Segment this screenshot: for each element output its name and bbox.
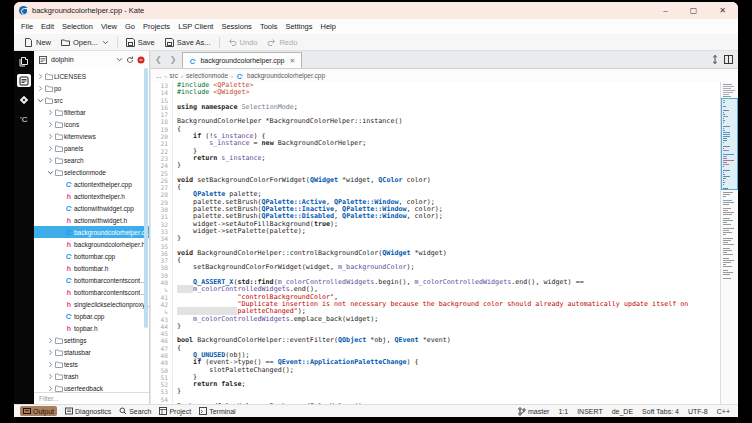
reload-project-button[interactable] — [126, 56, 134, 64]
tree-item-search[interactable]: search — [34, 154, 149, 166]
tree-item-bottombarcontentscont[interactable]: hbottombarcontentscont… — [34, 286, 149, 298]
expander-icon[interactable] — [47, 157, 54, 164]
save-button[interactable]: Save — [121, 38, 160, 47]
expander-icon[interactable] — [47, 373, 54, 380]
tree-item-label: actionwithwidget.h — [74, 217, 127, 224]
menu-help[interactable]: Help — [317, 22, 340, 31]
tab-close-icon[interactable]: ✕ — [289, 57, 295, 65]
project-name[interactable]: dolphin — [51, 56, 113, 63]
filter-input[interactable]: Filter... — [34, 392, 149, 404]
tree-item-po[interactable]: po — [34, 82, 149, 94]
toolview-output-button[interactable]: Output — [20, 406, 57, 416]
breadcrumb-item[interactable]: backgroundcolorhelper.cpp — [247, 72, 325, 79]
git-toolbutton[interactable] — [17, 93, 31, 106]
redo-button[interactable]: Redo — [262, 38, 302, 47]
breadcrumb-item[interactable]: selectionmode — [186, 72, 228, 79]
tree-item-userfeedback[interactable]: userfeedback — [34, 382, 149, 392]
toolview-diagnostics-button[interactable]: Diagnostics — [65, 407, 111, 415]
tree-item-statusbar[interactable]: statusbar — [34, 346, 149, 358]
expander-icon[interactable] — [47, 121, 54, 128]
toolview-search-button[interactable]: Search — [119, 407, 151, 415]
menu-file[interactable]: File — [17, 22, 37, 31]
expander-icon[interactable] — [47, 145, 54, 152]
tab-prev-button[interactable]: ❮ — [151, 51, 166, 68]
tree-item-icons[interactable]: icons — [34, 118, 149, 130]
split-view-icon[interactable] — [724, 55, 733, 64]
status-de-de[interactable]: de_DE — [612, 408, 633, 415]
undo-button[interactable]: Undo — [223, 38, 263, 47]
status-soft-tabs-4[interactable]: Soft Tabs: 4 — [642, 408, 679, 415]
expander-icon[interactable] — [37, 97, 44, 104]
code-editor[interactable]: 13#include <QPalette>14#include <QWidget… — [151, 82, 720, 404]
tree-item-actiontexthelper-cpp[interactable]: C+actiontexthelper.cpp — [34, 178, 149, 190]
expander-icon[interactable] — [47, 169, 54, 176]
tree-item-singleclickselectionproxy[interactable]: hsingleclickselectionproxy… — [34, 298, 149, 310]
menu-tools[interactable]: Tools — [256, 22, 282, 31]
expander-icon[interactable] — [47, 109, 54, 116]
tab-backgroundcolorhelper[interactable]: C+ backgroundcolorhelper.cpp ✕ — [182, 52, 302, 68]
status-master[interactable]: master — [518, 407, 549, 416]
expander-icon[interactable] — [47, 337, 54, 344]
project-combo-icon — [38, 56, 47, 64]
menu-lsp-client[interactable]: LSP Client — [174, 22, 217, 31]
lsp-client-toolbutton[interactable]: ’C — [17, 112, 31, 125]
tree-scrollbar[interactable] — [144, 68, 148, 328]
expander-icon[interactable] — [37, 73, 44, 80]
breadcrumb-item[interactable]: ... — [156, 72, 161, 79]
breadcrumb-item[interactable]: src — [169, 72, 178, 79]
close-button[interactable]: ✕ — [719, 6, 726, 15]
tree-item-filterbar[interactable]: filterbar — [34, 106, 149, 118]
tree-item-trash[interactable]: trash — [34, 370, 149, 382]
toolview-terminal-button[interactable]: Terminal — [199, 407, 235, 415]
tree-item-backgroundcolorhelper-c[interactable]: C+backgroundcolorhelper.c… — [34, 226, 149, 238]
status-utf-8[interactable]: UTF-8 — [688, 408, 708, 415]
tree-item-actiontexthelper-h[interactable]: hactiontexthelper.h — [34, 190, 149, 202]
menu-edit[interactable]: Edit — [37, 22, 58, 31]
status-insert[interactable]: INSERT — [577, 408, 603, 415]
menu-sessions[interactable]: Sessions — [217, 22, 255, 31]
tree-item-bottombarcontentscont[interactable]: C+bottombarcontentscont… — [34, 274, 149, 286]
expander-icon[interactable] — [47, 385, 54, 392]
menu-view[interactable]: View — [97, 22, 121, 31]
expander-icon[interactable] — [47, 349, 54, 356]
documents-toolbutton[interactable] — [17, 55, 31, 68]
minimize-button[interactable]: – — [663, 6, 667, 15]
quick-open-icon[interactable] — [712, 55, 718, 64]
stop-button[interactable] — [137, 56, 145, 64]
tree-item-backgroundcolorhelper-h[interactable]: hbackgroundcolorhelper.h — [34, 238, 149, 250]
tree-item-topbar-cpp[interactable]: C+topbar.cpp — [34, 310, 149, 322]
menu-settings[interactable]: Settings — [281, 22, 316, 31]
status-c++[interactable]: C++ — [717, 408, 730, 415]
tree-item-selectionmode[interactable]: selectionmode — [34, 166, 149, 178]
expander-icon[interactable] — [47, 361, 54, 368]
menu-projects[interactable]: Projects — [139, 22, 174, 31]
minimap-scrollbar[interactable] — [720, 82, 738, 404]
tree-item-tests[interactable]: tests — [34, 358, 149, 370]
maximize-button[interactable]: ▢ — [690, 6, 698, 15]
tree-item-licenses[interactable]: LICENSES — [34, 70, 149, 82]
tree-item-src[interactable]: src — [34, 94, 149, 106]
new-button[interactable]: New — [19, 38, 56, 47]
open-button[interactable]: Open... — [56, 38, 114, 47]
tree-item-actionwithwidget-cpp[interactable]: C+actionwithwidget.cpp — [34, 202, 149, 214]
expander-icon[interactable] — [47, 133, 54, 140]
tab-next-button[interactable]: ❯ — [166, 51, 181, 68]
save-as-button[interactable]: Save As... — [160, 38, 216, 47]
tree-item-bottombar-cpp[interactable]: C+bottombar.cpp — [34, 250, 149, 262]
tree-item-topbar-h[interactable]: htopbar.h — [34, 322, 149, 334]
tree-item-kitemviews[interactable]: kitemviews — [34, 130, 149, 142]
status-1-1[interactable]: 1:1 — [558, 408, 568, 415]
menu-selection[interactable]: Selection — [58, 22, 97, 31]
projects-toolbutton[interactable] — [17, 74, 31, 87]
toolview-project-button[interactable]: Project — [159, 407, 191, 415]
project-combo-dropdown[interactable] — [116, 56, 123, 63]
minimap-view-rect[interactable] — [721, 98, 738, 190]
tree-item-settings[interactable]: settings — [34, 334, 149, 346]
open-dropdown-arrow[interactable] — [102, 39, 109, 46]
expander-icon[interactable] — [37, 85, 44, 92]
title-bar[interactable]: backgroundcolorhelper.cpp - Kate – ▢ ✕ — [14, 2, 738, 19]
tree-item-panels[interactable]: panels — [34, 142, 149, 154]
tree-item-bottombar-h[interactable]: hbottombar.h — [34, 262, 149, 274]
tree-item-actionwithwidget-h[interactable]: hactionwithwidget.h — [34, 214, 149, 226]
menu-go[interactable]: Go — [121, 22, 139, 31]
